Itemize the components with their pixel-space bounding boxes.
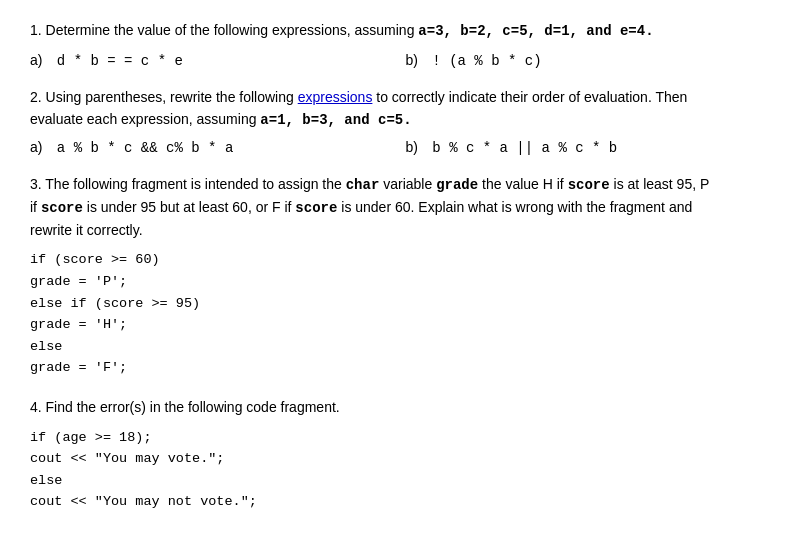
q3-code-line-4: else [30,336,781,358]
q2-title-mid: to correctly indicate their order of eva… [372,89,687,105]
q2-b-expr: b % c * a || a % c * b [432,140,617,156]
q2-a-label: a) [30,139,42,155]
q1-parts: a) d * b = = c * e b) ! (a % b * c) [30,52,781,69]
q3-score2: score [41,200,83,216]
q1-part-a: a) d * b = = c * e [30,52,406,69]
q1-vars: a=3, b=2, c=5, d=1, and e=4. [418,23,653,39]
q1-b-label: b) [406,52,418,68]
q2-b-label: b) [406,139,418,155]
q1-a-label: a) [30,52,42,68]
question-2: 2. Using parentheses, rewrite the follow… [30,87,781,156]
q2-part-b: b) b % c * a || a % c * b [406,139,782,156]
q4-code-line-1: cout << "You may vote."; [30,448,781,470]
q2-parts: a) a % b * c && c% b * a b) b % c * a ||… [30,139,781,156]
q4-code: if (age >= 18); cout << "You may vote.";… [30,427,781,513]
q3-line3: rewrite it correctly. [30,222,143,238]
question-1: 1. Determine the value of the following … [30,20,781,69]
q1-a-expr: d * b = = c * e [57,53,183,69]
q4-code-line-3: cout << "You may not vote."; [30,491,781,513]
q3-code-line-2: else if (score >= 95) [30,293,781,315]
q2-title-start: 2. Using parentheses, rewrite the follow… [30,89,298,105]
q3-line2-start: if [30,199,41,215]
q4-code-line-2: else [30,470,781,492]
q1-part-b: b) ! (a % b * c) [406,52,782,69]
q2-title-link: expressions [298,89,373,105]
q3-char-word: char [346,177,380,193]
q3-line2-end: is under 60. Explain what is wrong with … [337,199,692,215]
q3-grade-word: grade [436,177,478,193]
q2-title: 2. Using parentheses, rewrite the follow… [30,87,781,131]
q2-a-expr: a % b * c && c% b * a [57,140,233,156]
q3-code: if (score >= 60) grade = 'P'; else if (s… [30,249,781,379]
q2-title-vars: a=1, b=3, and c=5. [260,112,411,128]
q3-code-line-3: grade = 'H'; [30,314,781,336]
question-3: 3. The following fragment is intended to… [30,174,781,379]
q3-score3: score [295,200,337,216]
q3-line2-mid: is under 95 but at least 60, or F if [83,199,295,215]
q1-b-expr: ! (a % b * c) [432,53,541,69]
q4-code-line-0: if (age >= 18); [30,427,781,449]
q3-score1: score [568,177,610,193]
q3-title: 3. The following fragment is intended to… [30,174,781,241]
q3-title-mid2: the value H if [478,176,568,192]
q1-title-text: 1. Determine the value of the following … [30,22,418,38]
q2-title-line2: evaluate each expression, assuming [30,111,260,127]
q3-title-start: 3. The following fragment is intended to… [30,176,346,192]
question-4: 4. Find the error(s) in the following co… [30,397,781,513]
q4-title: 4. Find the error(s) in the following co… [30,397,781,419]
q3-code-line-5: grade = 'F'; [30,357,781,379]
q3-code-line-0: if (score >= 60) [30,249,781,271]
q3-title-mid1: variable [379,176,436,192]
q4-title-text: 4. Find the error(s) in the following co… [30,399,340,415]
q3-title-mid3: is at least 95, P [610,176,710,192]
q3-code-line-1: grade = 'P'; [30,271,781,293]
q2-part-a: a) a % b * c && c% b * a [30,139,406,156]
q1-title: 1. Determine the value of the following … [30,20,781,42]
